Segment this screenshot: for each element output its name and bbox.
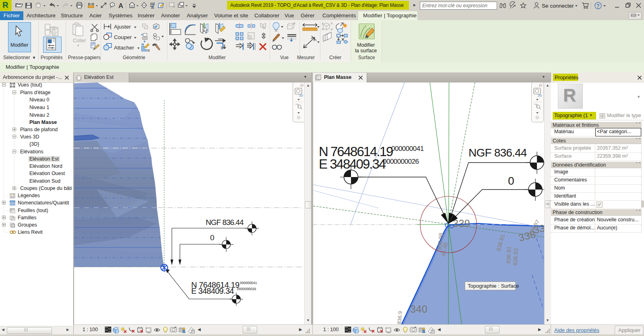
svg-text:NGF 836.44: NGF 836.44 — [206, 218, 244, 227]
svg-text:836.91: 836.91 — [505, 246, 512, 264]
svg-text:836.93: 836.93 — [512, 248, 519, 266]
svg-text:0000000026: 0000000026 — [237, 287, 256, 291]
svg-text:2D: 2D — [538, 94, 542, 97]
svg-text:?: ? — [597, 3, 599, 9]
svg-text:0: 0 — [210, 233, 215, 242]
svg-text:A: A — [118, 2, 123, 10]
svg-text:E 348409.34: E 348409.34 — [319, 157, 386, 171]
svg-text:Couper: Couper — [114, 34, 132, 40]
svg-text:E 348409.34: E 348409.34 — [191, 287, 234, 295]
svg-text:000000041: 000000041 — [391, 145, 424, 153]
svg-text:340: 340 — [410, 303, 427, 315]
svg-text:0000000026: 0000000026 — [383, 158, 419, 165]
svg-text:Ajuster: Ajuster — [114, 24, 131, 30]
svg-text:Attacher: Attacher — [114, 45, 134, 51]
svg-text:0: 0 — [508, 175, 514, 187]
svg-text:NGF 836.44: NGF 836.44 — [469, 146, 527, 159]
svg-text:000000041: 000000041 — [240, 281, 257, 285]
svg-text:Topographie : Surface: Topographie : Surface — [468, 283, 519, 289]
svg-text:836.9: 836.9 — [396, 311, 403, 324]
svg-text:Se connecter: Se connecter — [542, 3, 574, 9]
svg-text:1: 1 — [111, 3, 113, 6]
svg-text:2D: 2D — [299, 94, 303, 97]
